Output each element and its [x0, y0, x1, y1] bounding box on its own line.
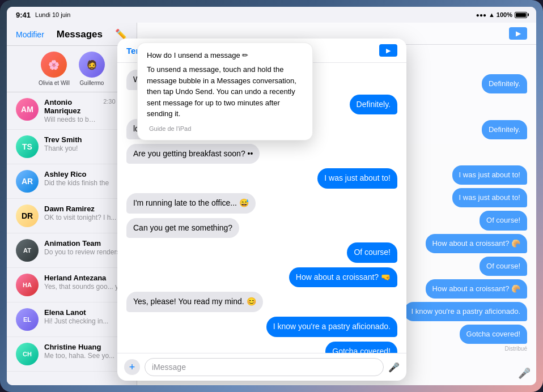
bg-msg-12: I know you're a pastry aficionado.	[404, 302, 527, 321]
sidebar-title: Messages	[44, 29, 115, 40]
modal-msg-4: Are you getting breakfast soon? ••	[126, 144, 260, 164]
battery-fill	[516, 13, 526, 17]
modifier-button[interactable]: Modifier	[16, 30, 44, 39]
modal-chat-input-bar: + iMessage 🎤	[117, 353, 406, 381]
conv-name-elena: Elena Lanot	[44, 308, 128, 317]
conv-preview-dawn: OK to visit tonight? I h... things I nee…	[44, 214, 128, 221]
conv-info-christine: Christine Huang Me too, haha. See yo...	[44, 343, 128, 360]
status-day: Lundi 10 juin	[35, 11, 70, 18]
status-bar: 9:41 Lundi 10 juin ●●● ▲ 100%	[7, 7, 536, 23]
avatar-ashley: AR	[16, 170, 39, 193]
signal-icon: ●●●	[476, 12, 486, 18]
modal-msg-9: How about a croissant? 🤜	[289, 267, 397, 288]
conv-info-animation: Animation Team Do you to review renders …	[44, 239, 128, 256]
video-icon: ▶	[516, 29, 521, 37]
pinned-contact-guillermo[interactable]: 🧔 Guillermo	[79, 52, 105, 86]
bg-msg-7: I was just about to!	[452, 188, 527, 207]
modal-video-button[interactable]: ▶	[379, 44, 397, 57]
conv-info-herland: Herland Antezana Yes, that sounds goo...…	[44, 274, 128, 291]
bg-distributed: Distribué	[505, 346, 527, 352]
conv-name-antonio: Antonio Manriquez	[44, 98, 97, 115]
modal-msg-6: I'm running late to the office... 😅	[126, 193, 256, 214]
status-right: ●●● ▲ 100%	[476, 11, 527, 18]
conv-preview-animation: Do you to review renders together next..…	[44, 248, 128, 256]
modal-msg-5: I was just about to!	[317, 168, 397, 189]
avatar-olivia: 🌸	[41, 52, 67, 78]
bg-msg-9: How about a croissant? 🥐	[426, 234, 527, 253]
bg-msg-2: Definitely.	[482, 74, 527, 93]
bg-msg-8: Of course!	[480, 211, 527, 230]
conv-name-ashley: Ashley Rico	[44, 170, 128, 178]
avatar-elena: EL	[16, 308, 39, 331]
conv-info-dawn: Dawn Ramirez OK to visit tonight? I h...…	[44, 204, 128, 221]
modal-video-icon: ▶	[386, 47, 391, 54]
siri-answer: To unsend a message, touch and hold the …	[147, 64, 303, 120]
siri-query: How do I unsend a message ✏	[147, 51, 303, 59]
plus-icon: +	[129, 361, 135, 373]
pinned-label-olivia: Olivia et Will	[39, 80, 70, 86]
conv-name-herland: Herland Antezana	[44, 274, 128, 282]
conv-name-dawn: Dawn Ramirez	[44, 204, 128, 213]
siri-source: Guide de l'iPad	[147, 125, 303, 132]
ipad-frame: 9:41 Lundi 10 juin ●●● ▲ 100% Modifier M…	[0, 0, 543, 392]
message-input[interactable]: iMessage	[145, 358, 384, 376]
bg-msg-11: How about a croissant? 🥐	[426, 279, 527, 299]
bg-msg-10: Of course!	[480, 257, 527, 276]
pinned-contact-olivia[interactable]: 🌸 Olivia et Will	[39, 52, 70, 86]
conv-preview-antonio: Will needs to be pick...	[44, 116, 97, 123]
conv-info-antonio: Antonio Manriquez Will needs to be pick.…	[44, 98, 97, 123]
attachment-button[interactable]: +	[124, 359, 140, 375]
avatar-animation: AT	[16, 239, 39, 262]
conv-info-trev: Trev Smith Thank you!	[44, 135, 128, 152]
bg-msg-6: I was just about to!	[452, 165, 527, 185]
bg-msg-4: Definitely.	[482, 120, 527, 139]
avatar-trev: TS	[16, 135, 39, 158]
modal-msg-10: Yes, please! You read my mind. 😊	[126, 292, 263, 312]
pinned-label-guillermo: Guillermo	[80, 80, 104, 86]
main-content: Modifier Messages ✏️ 🌸 Olivia et Will 🧔 …	[7, 23, 536, 385]
conv-preview-ashley: Did the kids finish the	[44, 179, 128, 187]
ipad-screen: 9:41 Lundi 10 juin ●●● ▲ 100% Modifier M…	[7, 7, 536, 385]
sidebar-header: Modifier Messages ✏️	[7, 23, 137, 46]
modal-msg-12: Gotcha covered!	[325, 342, 397, 353]
wifi-icon: ▲	[489, 11, 494, 18]
conv-preview-trev: Thank you!	[44, 144, 128, 152]
avatar-antonio: AM	[16, 98, 39, 121]
modal-msg-11: I know you're a pastry aficionado.	[266, 317, 397, 337]
modal-msg-7: Can you get me something?	[126, 218, 239, 238]
modal-msg-8: Of course!	[347, 242, 397, 263]
conv-info-ashley: Ashley Rico Did the kids finish the	[44, 170, 128, 187]
siri-source-label: Guide de l'iPad	[149, 125, 191, 132]
conv-name-trev: Trev Smith	[44, 135, 128, 144]
conv-preview-elena: Hi! Just checking in...	[44, 317, 128, 325]
conv-info-elena: Elena Lanot Hi! Just checking in...	[44, 308, 128, 325]
battery-icon	[515, 12, 527, 18]
avatar-dawn: DR	[16, 204, 39, 227]
siri-query-text: How do I unsend a message ✏	[147, 51, 248, 59]
background-mic-icon: 🎤	[518, 367, 531, 380]
status-time: 9:41	[16, 11, 31, 19]
modal-msg-2: Definitely.	[350, 95, 397, 115]
avatar-herland: HA	[16, 274, 39, 296]
bg-msg-13: Gotcha covered!	[460, 325, 527, 344]
conv-preview-christine: Me too, haha. See yo...	[44, 352, 128, 360]
conv-name-christine: Christine Huang	[44, 343, 128, 351]
conv-preview-herland: Yes, that sounds goo... you then.	[44, 283, 128, 291]
input-placeholder: iMessage	[152, 363, 186, 372]
background-video-button[interactable]: ▶	[509, 27, 527, 40]
battery-percent: 100%	[497, 11, 512, 18]
avatar-guillermo: 🧔	[79, 52, 105, 78]
mic-button[interactable]: 🎤	[388, 362, 400, 373]
siri-tooltip: How do I unsend a message ✏ To unsend a …	[137, 42, 313, 140]
avatar-christine: CH	[16, 343, 39, 365]
conv-name-animation: Animation Team	[44, 239, 128, 248]
